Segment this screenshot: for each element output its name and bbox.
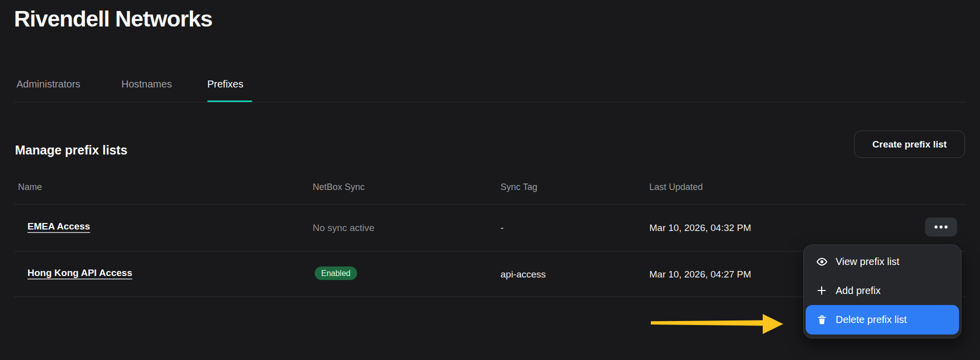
- column-header-netbox-sync: NetBox Sync: [313, 182, 365, 192]
- column-header-sync-tag: Sync Tag: [500, 182, 537, 192]
- table-row: EMEA Access: [27, 221, 90, 232]
- column-header-last-updated: Last Updated: [649, 182, 703, 192]
- menu-item-label: View prefix list: [836, 256, 899, 268]
- page: Rivendell Networks Administrators Hostna…: [0, 0, 980, 360]
- menu-item-delete-prefix-list[interactable]: Delete prefix list: [806, 305, 959, 334]
- tabs-divider: [14, 102, 966, 102]
- eye-icon: [816, 256, 828, 268]
- netbox-sync-status: No sync active: [313, 222, 375, 234]
- ellipsis-icon: [935, 226, 938, 228]
- create-prefix-list-button[interactable]: Create prefix list: [854, 130, 965, 158]
- row-actions-context-menu: View prefix list Add prefix Delete prefi…: [803, 244, 962, 338]
- section-heading: Manage prefix lists: [15, 143, 127, 158]
- last-updated-value: Mar 10, 2026, 04:32 PM: [649, 222, 751, 234]
- row-actions-button[interactable]: [925, 218, 957, 236]
- page-title: Rivendell Networks: [14, 6, 212, 32]
- column-header-name: Name: [18, 182, 42, 192]
- table-header-divider: [14, 204, 966, 204]
- enabled-status-badge: Enabled: [315, 266, 357, 280]
- tab-administrators[interactable]: Administrators: [16, 78, 80, 90]
- plus-icon: [816, 284, 828, 296]
- tab-prefixes[interactable]: Prefixes: [207, 78, 243, 90]
- last-updated-value: Mar 10, 2026, 04:27 PM: [649, 269, 751, 280]
- prefix-list-link-hongkong[interactable]: Hong Kong API Access: [27, 268, 132, 278]
- pointer-arrow-annotation: [644, 308, 789, 338]
- menu-item-label: Delete prefix list: [836, 314, 907, 326]
- menu-item-add-prefix[interactable]: Add prefix: [806, 276, 959, 305]
- menu-item-label: Add prefix: [836, 285, 881, 296]
- sync-tag-value: api-access: [500, 269, 546, 280]
- sync-tag-value: -: [500, 222, 503, 234]
- trash-icon: [816, 314, 828, 326]
- tab-hostnames[interactable]: Hostnames: [121, 78, 172, 90]
- prefix-list-link-emea[interactable]: EMEA Access: [27, 221, 90, 232]
- table-row: Hong Kong API Access: [27, 268, 132, 278]
- menu-item-view-prefix-list[interactable]: View prefix list: [806, 247, 959, 276]
